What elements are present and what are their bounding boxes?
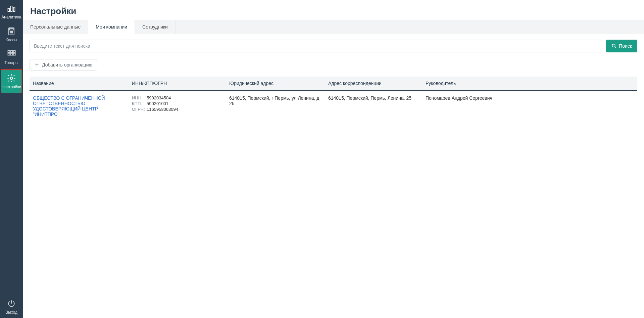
sidebar-item-cashiers[interactable]: Кассы [0,23,23,46]
th-corr: Адрес корреспонденции [325,77,422,90]
head-name: Пономарев Андрей Сергеевич [422,90,637,122]
svg-rect-2 [13,7,15,12]
inn-kpp-ogrn-block: ИНН: 5902034504 КПП: 590201001 ОГРН: 116… [132,95,222,112]
th-name: Название [30,77,129,90]
kpp-label: КПП: [132,101,147,106]
svg-point-5 [10,31,11,32]
tab-employees[interactable]: Сотрудники [135,20,176,34]
ogrn-value: 1165958063094 [147,107,222,112]
sidebar-item-settings[interactable]: Настройки [1,69,22,93]
svg-rect-14 [8,53,10,55]
svg-point-9 [11,33,12,33]
svg-point-17 [10,77,13,80]
calculator-icon [6,26,17,36]
sidebar-item-analytics[interactable]: Аналитика [0,0,23,23]
sidebar-item-logout[interactable]: Выход [0,295,23,318]
legal-address: 614015, Пермский, г Пермь, ул Ленина, д … [226,90,325,122]
page-title: Настройки [30,6,637,16]
th-inn: ИНН/КПП/ОГРН [129,77,226,90]
svg-rect-1 [11,6,12,11]
sidebar-item-label: Выход [5,310,17,315]
th-legal: Юридический адрес [226,77,325,90]
table-row: ОБЩЕСТВО С ОГРАНИЧЕННОЙ ОТВЕТСТВЕННОСТЬЮ… [30,90,637,122]
organizations-table: Название ИНН/КПП/ОГРН Юридический адрес … [30,77,637,122]
svg-rect-16 [13,53,15,55]
sidebar-item-label: Аналитика [1,15,21,19]
sidebar-item-label: Кассы [6,38,17,42]
correspondence-address: 614015, Пермский, Пермь, Ленина, 25 [325,90,422,122]
gear-icon [6,73,17,83]
inn-value: 5902034504 [147,95,222,100]
tabs: Персональные данные Мои компании Сотрудн… [23,20,644,34]
svg-point-8 [10,33,11,33]
main-content: Настройки Персональные данные Мои компан… [23,0,644,318]
sidebar-item-goods[interactable]: Товары [0,46,23,69]
sidebar: Аналитика Кассы Товары Настройки [0,0,23,318]
search-magnifier-icon [611,43,617,49]
sidebar-item-label: Настройки [2,85,21,89]
bar-chart-icon [6,3,17,13]
svg-rect-13 [13,51,15,53]
add-button-label: Добавить организацию [42,62,92,67]
svg-rect-4 [9,29,13,30]
kpp-value: 590201001 [147,101,222,106]
svg-point-10 [12,33,13,33]
grid-icon [6,49,17,59]
page-header: Настройки [23,0,644,20]
svg-rect-0 [8,8,10,11]
organization-link[interactable]: ОБЩЕСТВО С ОГРАНИЧЕННОЙ ОТВЕТСТВЕННОСТЬЮ… [33,95,105,117]
th-head: Руководитель [422,77,637,90]
sidebar-item-label: Товары [4,60,18,65]
tab-personal-data[interactable]: Персональные данные [23,20,88,34]
search-button[interactable]: Поиск [606,40,637,52]
add-organization-button[interactable]: Добавить организацию [30,59,97,71]
power-icon [6,299,17,309]
svg-rect-11 [8,51,10,53]
svg-point-7 [12,31,13,32]
svg-point-6 [11,31,12,32]
inn-label: ИНН: [132,95,147,100]
svg-rect-15 [11,53,13,55]
search-button-label: Поиск [619,43,632,49]
svg-rect-12 [11,51,13,53]
search-row: Поиск [30,40,637,52]
search-input[interactable] [30,40,602,52]
tab-my-companies[interactable]: Мои компании [88,20,135,34]
ogrn-label: ОГРН: [132,107,147,112]
plus-icon [35,62,39,67]
content-area: Поиск Добавить организацию Название ИНН/… [23,34,644,127]
